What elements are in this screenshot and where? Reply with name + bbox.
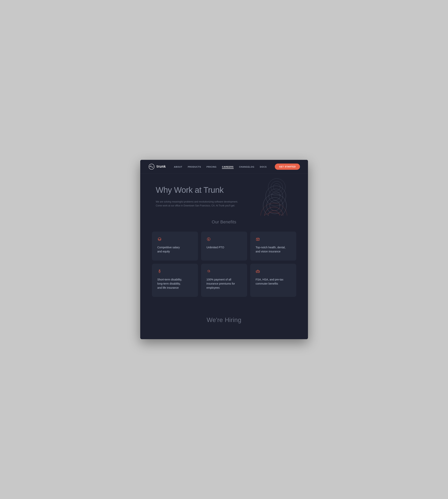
benefit-card-premiums: 100% payment of allinsurance premiums fo… <box>201 264 247 297</box>
browser-window: trunk ABOUT PRODUCTS PRICING CAREERS CHA… <box>140 160 308 339</box>
fsa-icon <box>256 269 291 274</box>
svg-point-7 <box>266 186 286 206</box>
benefit-fsa-text: FSA, HSA, and pre-taxcommuter benefits <box>256 278 291 286</box>
navbar: trunk ABOUT PRODUCTS PRICING CAREERS CHA… <box>140 160 308 173</box>
benefit-pto-text: Unlimited PTO <box>207 245 242 250</box>
hiring-title: We're Hiring <box>152 316 296 324</box>
benefits-section: Our Benefits Competitive salaryand equit… <box>140 216 308 305</box>
nav-pricing[interactable]: PRICING <box>207 165 216 168</box>
benefit-salary-text: Competitive salaryand equity <box>157 245 192 254</box>
nav-careers[interactable]: CAREERS <box>222 165 233 168</box>
nav-about[interactable]: ABOUT <box>174 165 182 168</box>
nav-links: ABOUT PRODUCTS PRICING CAREERS CHANGELOG… <box>174 165 267 168</box>
benefit-card-salary: Competitive salaryand equity <box>152 232 198 261</box>
hero-section: Why Work at Trunk We are solving meaning… <box>140 173 308 215</box>
disability-icon <box>157 269 192 274</box>
svg-point-2 <box>273 184 280 191</box>
hiring-section: We're Hiring <box>140 305 308 339</box>
benefit-health-text: Top-notch health, dental,and vision insu… <box>256 245 291 254</box>
pto-icon <box>207 237 242 242</box>
benefit-card-health: Top-notch health, dental,and vision insu… <box>250 232 296 261</box>
benefit-premiums-text: 100% payment of allinsurance premiums fo… <box>207 278 242 290</box>
benefit-card-pto: Unlimited PTO <box>201 232 247 261</box>
get-started-button[interactable]: GET STARTED <box>275 164 300 170</box>
hero-title: Why Work at Trunk <box>156 185 246 195</box>
svg-point-6 <box>269 189 283 203</box>
svg-point-11 <box>268 211 280 215</box>
svg-point-13 <box>261 203 287 215</box>
benefits-title: Our Benefits <box>152 219 296 225</box>
benefit-card-fsa: FSA, HSA, and pre-taxcommuter benefits <box>250 264 296 297</box>
benefit-card-disability: Short-term disability,long-term disabili… <box>152 264 198 297</box>
nav-products[interactable]: PRODUCTS <box>188 165 201 168</box>
benefits-grid: Competitive salaryand equity Unlimited P… <box>152 232 296 297</box>
benefit-disability-text: Short-term disability,long-term disabili… <box>157 278 192 290</box>
nav-changelog[interactable]: CHANGELOG <box>239 165 255 168</box>
hero-text: Why Work at Trunk We are solving meaning… <box>156 185 246 208</box>
nav-docs[interactable]: DOCS <box>260 165 267 168</box>
decorative-circles <box>238 177 300 215</box>
premiums-icon <box>207 269 242 274</box>
health-icon <box>256 237 291 242</box>
logo[interactable]: trunk <box>148 163 166 170</box>
svg-point-9 <box>267 197 283 214</box>
hero-description: We are solving meaningful problems and r… <box>156 200 246 208</box>
salary-icon <box>157 237 192 242</box>
logo-icon <box>148 163 155 170</box>
svg-point-1 <box>150 166 150 167</box>
